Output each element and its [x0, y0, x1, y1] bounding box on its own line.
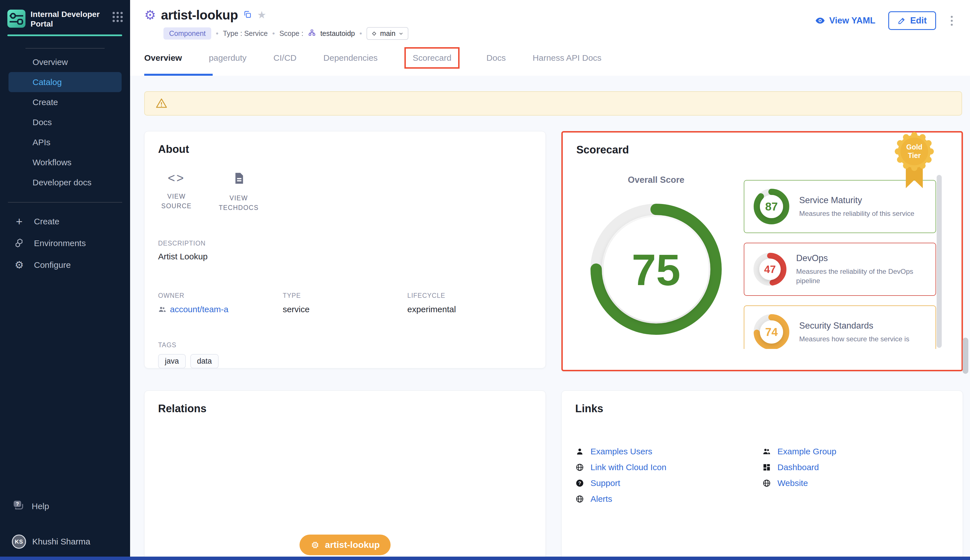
links-card: Links Examples Users: [561, 390, 963, 560]
view-yaml-link[interactable]: View YAML: [815, 15, 875, 26]
tab-docs[interactable]: Docs: [487, 53, 506, 63]
svg-text:Gold: Gold: [906, 143, 923, 151]
main-area: ⚙ artist-lookup ★ Component • Type : Ser…: [130, 0, 970, 560]
links-title: Links: [575, 403, 949, 415]
hexagons-icon: [13, 238, 25, 248]
active-tab-indicator: [144, 74, 212, 76]
scorecard-item-devops[interactable]: 47 DevOps Measures the reliability of th…: [744, 243, 936, 296]
svg-text:Tier: Tier: [908, 152, 921, 159]
owner-link[interactable]: account/team-a: [170, 305, 229, 314]
user-menu[interactable]: KS Khushi Sharma: [0, 535, 130, 549]
action-label: Create: [34, 217, 59, 226]
tab-scorecard[interactable]: Scorecard: [405, 47, 460, 69]
help-chat-icon: ?: [12, 499, 24, 513]
header-actions: View YAML Edit: [815, 11, 955, 30]
branch-selector[interactable]: main: [366, 27, 408, 40]
sidebar-item-workflows[interactable]: Workflows: [0, 152, 130, 172]
scorecard-scrollbar[interactable]: [937, 175, 942, 348]
scorecard-title: Scorecard: [576, 144, 948, 156]
content-area: About <> VIEW SOURCE: [130, 76, 970, 560]
about-title: About: [158, 143, 532, 155]
warning-icon: [156, 97, 167, 109]
sidebar-item-apis[interactable]: APIs: [0, 132, 130, 152]
view-techdocs-button[interactable]: VIEW TECHDOCS: [220, 172, 257, 212]
portal-logo-icon: [7, 10, 25, 29]
svg-text:?: ?: [16, 501, 19, 507]
star-icon[interactable]: ★: [257, 10, 266, 20]
pencil-icon: [898, 17, 906, 25]
person-icon: [575, 447, 584, 456]
score-item-name: Security Standards: [799, 321, 909, 331]
link-example-group[interactable]: Example Group: [762, 443, 949, 459]
sidebar-item-catalog[interactable]: Catalog: [8, 72, 122, 92]
link-examples-users[interactable]: Examples Users: [575, 443, 762, 459]
link-website[interactable]: Website: [762, 475, 949, 491]
view-yaml-label: View YAML: [829, 15, 875, 26]
version-icon: [371, 30, 377, 37]
plus-icon: +: [13, 216, 25, 227]
sidebar-divider: [8, 202, 122, 203]
people-icon: [762, 447, 771, 456]
eye-icon: [815, 15, 825, 26]
tab-dependencies[interactable]: Dependencies: [323, 53, 378, 63]
score-item-description: Measures how secure the service is: [799, 334, 909, 343]
link-alerts[interactable]: Alerts: [575, 491, 762, 507]
link-dashboard[interactable]: Dashboard: [762, 459, 949, 475]
page-scrollbar[interactable]: [963, 338, 968, 374]
tag-chip[interactable]: java: [158, 354, 186, 368]
view-source-button[interactable]: <> VIEW SOURCE: [158, 172, 195, 212]
link-support[interactable]: ? Support: [575, 475, 762, 491]
scope-label: Scope :: [279, 29, 303, 38]
page-title: artist-lookup: [161, 7, 238, 23]
sidebar-action-configure[interactable]: ⚙ Configure: [0, 254, 130, 276]
sidebar-bottom: ? Help KS Khushi Sharma: [0, 499, 130, 549]
score-item-name: DevOps: [796, 253, 928, 263]
tab-cicd[interactable]: CI/CD: [273, 53, 297, 63]
scorecard-item-security-standards[interactable]: 74 Security Standards Measures how secur…: [744, 305, 936, 349]
help-label: Help: [32, 502, 49, 511]
help-button[interactable]: ? Help: [0, 499, 130, 513]
sidebar-item-create[interactable]: Create: [0, 92, 130, 112]
scope-value: testautoidp: [320, 29, 355, 38]
brand-underline: [7, 35, 122, 36]
gear-icon: ⚙: [13, 260, 25, 270]
dashboard-icon: [762, 463, 771, 472]
kind-chip: Component: [164, 27, 211, 40]
entity-header: ⚙ artist-lookup ★ Component • Type : Ser…: [130, 0, 970, 40]
scorecard-list[interactable]: 87 Service Maturity Measures the reliabi…: [744, 180, 936, 349]
relations-title: Relations: [158, 403, 532, 415]
tab-bar: Overview pagerduty CI/CD Dependencies Sc…: [130, 40, 970, 76]
entity-meta: Component • Type : Service • Scope : tes…: [164, 27, 408, 40]
sidebar-action-environments[interactable]: Environments: [0, 232, 130, 254]
score-donut: 87: [752, 187, 791, 226]
relations-node-artist-lookup[interactable]: artist-lookup: [299, 535, 391, 555]
description-label: DESCRIPTION: [158, 240, 532, 247]
warning-banner: [144, 91, 962, 115]
sidebar-action-create[interactable]: + Create: [0, 210, 130, 232]
overall-score-label: Overall Score: [574, 175, 738, 185]
scorecard-card: Scorecard Gold: [561, 131, 963, 371]
sidebar-item-overview[interactable]: Overview: [0, 52, 130, 72]
app-window: Internal Developer Portal Overview Catal…: [0, 0, 970, 560]
copy-icon[interactable]: [243, 10, 252, 20]
sidebar-item-docs[interactable]: Docs: [0, 112, 130, 132]
lifecycle-label: LIFECYCLE: [407, 292, 532, 300]
tab-harness-api-docs[interactable]: Harness API Docs: [532, 53, 601, 63]
branch-value: main: [380, 29, 395, 38]
tag-chip[interactable]: data: [190, 354, 219, 368]
app-switcher-icon[interactable]: [112, 12, 123, 22]
relations-card: Relations artist-lookup: [144, 390, 546, 560]
sidebar-item-developer-docs[interactable]: Developer docs: [0, 172, 130, 192]
tab-pagerduty[interactable]: pagerduty: [209, 53, 246, 63]
score-donut: 47: [752, 250, 788, 289]
user-name: Khushi Sharma: [32, 537, 90, 547]
action-label: Environments: [34, 238, 86, 248]
sidebar-actions: + Create Environments ⚙ Configure: [0, 210, 130, 276]
tab-overview[interactable]: Overview: [144, 53, 182, 63]
scope-hierarchy-icon: [308, 29, 316, 38]
link-link-with-cloud-icon[interactable]: Link with Cloud Icon: [575, 459, 762, 475]
edit-button[interactable]: Edit: [888, 11, 936, 30]
chevron-down-icon: [398, 31, 404, 37]
more-options-icon[interactable]: [949, 14, 955, 27]
help-circle-icon: ?: [575, 479, 584, 487]
